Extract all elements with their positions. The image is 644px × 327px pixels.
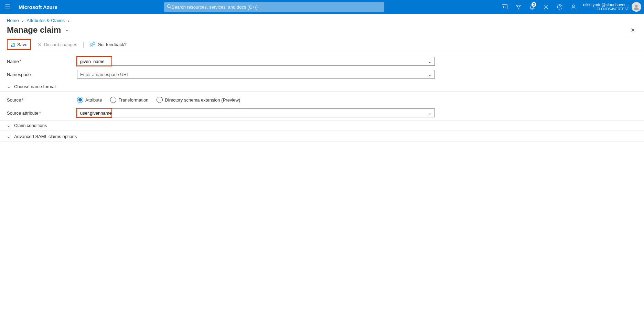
search-input[interactable] <box>172 4 382 10</box>
svg-point-4 <box>572 5 575 7</box>
more-icon[interactable]: ··· <box>66 28 69 33</box>
svg-point-5 <box>635 5 638 7</box>
svg-rect-1 <box>502 5 507 9</box>
namespace-input-wrap[interactable]: ⌄ <box>77 70 435 79</box>
svg-rect-7 <box>12 45 14 46</box>
chevron-down-icon[interactable]: ⌄ <box>428 59 432 64</box>
radio-attribute-label: Attribute <box>85 97 102 103</box>
advanced-saml-label: Advanced SAML claims options <box>14 134 77 139</box>
save-button[interactable]: Save <box>9 41 29 49</box>
discard-button: Discard changes <box>36 41 79 49</box>
radio-transformation[interactable]: Transformation <box>110 97 148 103</box>
choose-name-format-label: Choose name format <box>14 84 56 89</box>
expander-choose-name-format[interactable]: ⌄ Choose name format <box>0 82 644 92</box>
feedback-icon[interactable] <box>567 0 580 14</box>
filter-icon[interactable] <box>512 0 525 14</box>
chevron-right-icon: › <box>68 18 69 23</box>
svg-point-2 <box>545 6 547 8</box>
feedback-button[interactable]: Got feedback? <box>88 41 128 49</box>
user-email: nikki.yodo@cloudsaver... <box>583 3 629 7</box>
global-search[interactable] <box>164 2 384 12</box>
radio-directory-schema-label: Directory schema extension (Preview) <box>165 97 240 103</box>
brand-label[interactable]: Microsoft Azure <box>15 4 61 10</box>
required-marker: * <box>22 97 23 103</box>
row-namespace: Namespace ⌄ <box>7 69 637 80</box>
claim-conditions-label: Claim conditions <box>14 123 47 128</box>
expander-claim-conditions[interactable]: ⌄ Claim conditions <box>0 120 644 130</box>
hamburger-icon[interactable] <box>0 0 15 14</box>
name-label: Name <box>7 59 19 64</box>
breadcrumb: Home › Attributes & Claims › <box>0 14 644 24</box>
chevron-right-icon: › <box>22 18 23 23</box>
radio-dot-icon <box>77 97 83 103</box>
radio-dot-icon <box>157 97 163 103</box>
person-feedback-icon <box>90 42 95 47</box>
notifications-icon[interactable]: 3 <box>525 0 539 14</box>
row-source: Source* Attribute Transformation Directo… <box>7 94 637 105</box>
save-label: Save <box>17 42 28 47</box>
chevron-down-icon[interactable]: ⌄ <box>428 110 432 116</box>
feedback-label: Got feedback? <box>97 42 127 47</box>
name-input[interactable] <box>80 59 428 64</box>
svg-rect-6 <box>12 43 13 44</box>
settings-icon[interactable] <box>539 0 553 14</box>
toolbar: Save Discard changes Got feedback? <box>0 37 644 52</box>
breadcrumb-home[interactable]: Home <box>7 18 19 23</box>
source-attribute-input-wrap[interactable]: ⌄ <box>77 108 435 117</box>
toolbar-separator <box>83 42 84 48</box>
radio-attribute[interactable]: Attribute <box>77 97 102 103</box>
account-menu[interactable]: nikki.yodo@cloudsaver... CLOUDSAVERTEST <box>580 0 644 14</box>
breadcrumb-attributes-claims[interactable]: Attributes & Claims <box>27 18 65 23</box>
title-row: Manage claim ··· ✕ <box>0 24 644 37</box>
avatar <box>632 2 641 12</box>
svg-point-0 <box>167 4 170 8</box>
source-label: Source <box>7 97 21 103</box>
chevron-down-icon: ⌄ <box>7 84 11 89</box>
row-name: Name* ⌄ <box>7 56 637 67</box>
chevron-down-icon: ⌄ <box>7 134 11 139</box>
discard-label: Discard changes <box>44 42 77 47</box>
namespace-label: Namespace <box>7 72 31 77</box>
chevron-down-icon[interactable]: ⌄ <box>428 72 432 77</box>
namespace-input[interactable] <box>80 72 428 77</box>
source-attribute-label: Source attribute <box>7 110 39 116</box>
radio-dot-icon <box>110 97 116 103</box>
page-title: Manage claim <box>7 25 61 35</box>
required-marker: * <box>20 59 21 64</box>
required-marker: * <box>39 110 41 116</box>
notification-badge: 3 <box>532 2 536 7</box>
chevron-down-icon: ⌄ <box>7 123 11 128</box>
top-bar: Microsoft Azure 3 ni <box>0 0 644 14</box>
tenant-name: CLOUDSAVERTEST <box>583 7 629 11</box>
help-icon[interactable] <box>553 0 567 14</box>
radio-transformation-label: Transformation <box>118 97 148 103</box>
cloud-shell-icon[interactable] <box>498 0 512 14</box>
name-input-wrap[interactable]: ⌄ <box>77 57 435 66</box>
close-icon[interactable]: ✕ <box>631 27 635 33</box>
row-source-attribute: Source attribute* ⌄ <box>7 107 637 118</box>
expander-advanced-saml[interactable]: ⌄ Advanced SAML claims options <box>0 132 644 141</box>
radio-directory-schema[interactable]: Directory schema extension (Preview) <box>157 97 240 103</box>
close-icon <box>37 42 42 47</box>
highlight-save: Save <box>7 39 31 50</box>
search-icon <box>167 4 172 10</box>
form: Name* ⌄ Namespace ⌄ ⌄ Choose name format… <box>0 52 644 146</box>
source-radio-group: Attribute Transformation Directory schem… <box>77 97 240 103</box>
svg-point-8 <box>91 43 93 45</box>
save-icon <box>10 42 15 47</box>
source-attribute-input[interactable] <box>80 110 428 116</box>
